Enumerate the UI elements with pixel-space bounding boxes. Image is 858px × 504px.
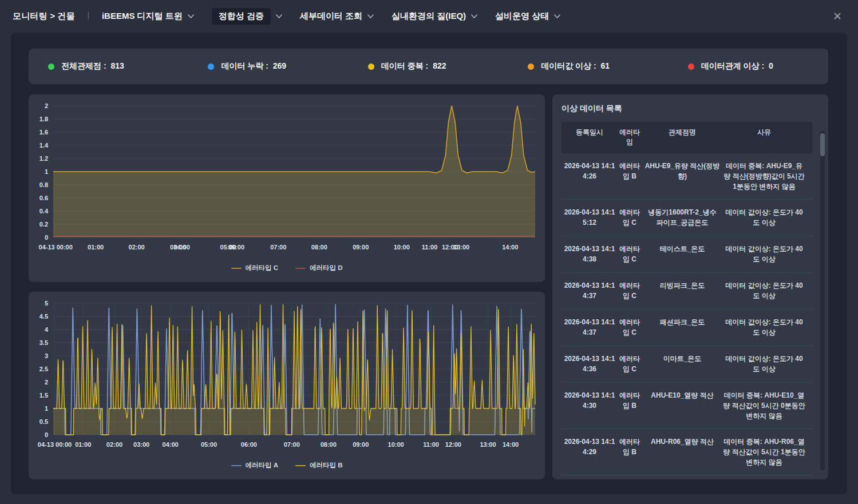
nav-menu-label: 정합성 검증 [212,8,271,25]
status-item-2: 데이터 중복 : 822 [349,61,508,72]
table-header-cell: 등록일시 [563,128,616,148]
cell-error-type: 에러타입 C [616,354,643,375]
svg-text:0.2: 0.2 [39,221,48,228]
status-dot-icon [48,64,54,70]
chart-legend: 에러타입 A에러타입 B [29,461,545,470]
cell-error-type: 에러타입 C [616,244,643,265]
status-label: 데이터관계 이상 : 0 [701,61,773,72]
table-row[interactable]: 2026-04-13 14:14:38에러타입 C테이스트_온도데이터 값이상:… [562,236,812,272]
status-label: 데이터 누락 : 269 [221,61,286,72]
svg-text:05:00: 05:00 [201,441,217,448]
svg-text:3: 3 [45,352,48,359]
nav-menu-3[interactable]: 실내환경의 질(IEQ) [392,11,478,22]
svg-text:13:00: 13:00 [480,441,496,448]
status-dot-icon [368,64,374,70]
svg-text:08:00: 08:00 [321,441,337,448]
chevron-down-icon [367,14,374,19]
nav-menu-label: 세부데이터 조회 [300,11,362,22]
chart-legend: 에러타입 C에러타입 D [29,264,545,272]
table-header-cell: 관제점명 [643,128,722,148]
cell-reason: 데이터 중복: AHU-R06_열량 적산값이 5시간 1분동안 변하지 않음 [722,436,806,467]
legend-item-0[interactable]: 에러타입 C [231,264,279,272]
cell-error-type: 에러타입 B [616,161,643,192]
error-type-ab-chart: 00.511.522.533.544.5504-13 00:0001:0002:… [29,292,545,455]
svg-text:02:00: 02:00 [106,441,122,448]
nav-menu-0[interactable]: iBEEMS 디지털 트윈 [102,11,195,22]
legend-item-0[interactable]: 에러타입 A [231,461,279,470]
svg-text:04-13 00:00: 04-13 00:00 [39,244,73,251]
svg-text:08:00: 08:00 [311,244,327,251]
error-type-ab-chart-card: 00.511.522.533.544.5504-13 00:0001:0002:… [29,292,545,479]
table-row[interactable]: 2026-04-13 14:14:29에러타입 BAHU-E10_순시 유량데이… [562,475,812,479]
cell-point-name: 테이스트_온도 [643,244,722,265]
legend-label: 에러타입 B [310,461,343,470]
table-row[interactable]: 2026-04-13 14:14:30에러타입 BAHU-E10_열량 적산데이… [562,382,812,428]
svg-text:07:00: 07:00 [284,441,300,448]
svg-text:4: 4 [45,326,49,333]
svg-text:0.8: 0.8 [39,181,48,188]
svg-text:14:00: 14:00 [502,244,518,251]
close-button[interactable]: ✕ [829,9,845,25]
cell-point-name: 이마트_온도 [643,354,722,375]
table-row[interactable]: 2026-04-13 14:14:37에러타입 C리빙파크_온도데이터 값이상:… [562,272,812,309]
cell-datetime: 2026-04-13 14:14:29 [563,436,616,467]
svg-text:1.2: 1.2 [39,155,48,162]
abnormal-data-panel: 이상 데이터 목록 등록일시에러타입관제점명사유 2026-04-13 14:1… [552,94,828,479]
status-dot-icon [208,64,214,70]
svg-text:10:00: 10:00 [388,441,404,448]
nav-menu-2[interactable]: 세부데이터 조회 [300,11,374,22]
nav-menu-4[interactable]: 설비운영 상태 [495,11,561,22]
table-row[interactable]: 2026-04-13 14:14:36에러타입 C이마트_온도데이터 값이상: … [562,346,812,382]
table-row[interactable]: 2026-04-13 14:14:26에러타입 BAHU-E9_유량 적산(정방… [562,153,812,199]
breadcrumb-divider: ㅣ [84,11,93,22]
cell-reason: 데이터 값이상: 온도가 40도 이상 [722,207,806,228]
nav-menu-label: iBEEMS 디지털 트윈 [102,11,183,22]
status-item-4: 데이터관계 이상 : 0 [669,61,828,72]
svg-text:04:00: 04:00 [174,244,190,251]
cell-error-type: 에러타입 B [616,436,643,467]
cell-reason: 데이터 값이상: 온도가 40도 이상 [722,354,806,375]
status-summary-bar: 전체관제점 : 813데이터 누락 : 269데이터 중복 : 822데이터값 … [29,49,828,84]
cell-point-name: AHU-R06_열량 적산 [643,436,722,467]
table-header-cell: 사유 [722,128,806,148]
table-scrollbar-thumb[interactable] [820,133,825,156]
status-item-3: 데이터값 이상 : 61 [508,61,668,72]
table-row[interactable]: 2026-04-13 14:15:12에러타입 C냉동기1600RT-2_냉수 … [562,199,812,236]
cell-error-type: 에러타입 B [616,390,643,421]
svg-text:09:00: 09:00 [353,441,369,448]
cell-error-type: 에러타입 C [616,317,643,338]
svg-text:02:00: 02:00 [129,244,145,251]
svg-text:06:00: 06:00 [228,244,244,251]
abnormal-data-title: 이상 데이터 목록 [562,104,819,114]
svg-text:0.5: 0.5 [39,418,48,425]
table-row[interactable]: 2026-04-13 14:14:29에러타입 BAHU-R06_열량 적산데이… [562,428,812,475]
legend-item-1[interactable]: 에러타입 D [295,264,343,272]
table-body: 2026-04-13 14:14:26에러타입 BAHU-E9_유량 적산(정방… [562,153,812,479]
table-scrollbar-track[interactable] [820,131,825,470]
cell-point-name: AHU-E10_열량 적산 [643,390,722,421]
svg-text:3.5: 3.5 [39,339,48,346]
legend-label: 에러타입 D [310,264,343,272]
legend-item-1[interactable]: 에러타입 B [295,461,343,470]
svg-text:0.6: 0.6 [39,195,48,201]
cell-error-type: 에러타입 C [616,207,643,228]
svg-text:11:00: 11:00 [422,244,438,251]
cell-datetime: 2026-04-13 14:14:26 [563,161,616,192]
cell-datetime: 2026-04-13 14:15:12 [563,207,616,228]
chevron-down-icon [275,14,283,19]
error-type-cd-chart-card: 00.20.40.60.811.21.41.61.8204-13 00:0001… [29,94,545,282]
svg-text:10:00: 10:00 [394,244,410,251]
chevron-down-icon [553,14,561,19]
svg-text:2: 2 [45,379,48,386]
svg-text:1.8: 1.8 [39,116,48,122]
table-row[interactable]: 2026-04-13 14:14:37에러타입 C패션파크_온도데이터 값이상:… [562,309,812,346]
cell-datetime: 2026-04-13 14:14:30 [563,390,616,421]
cell-reason: 데이터 값이상: 온도가 40도 이상 [722,280,806,301]
svg-text:1.5: 1.5 [39,392,48,399]
cell-error-type: 에러타입 C [616,280,643,301]
status-label: 전체관제점 : 813 [61,61,124,72]
nav-menu-1[interactable]: 정합성 검증 [212,8,283,25]
status-label: 데이터 중복 : 822 [381,61,446,72]
table-header-cell: 에러타입 [616,128,643,148]
breadcrumb: 모니터링 > 건물 [13,11,75,22]
